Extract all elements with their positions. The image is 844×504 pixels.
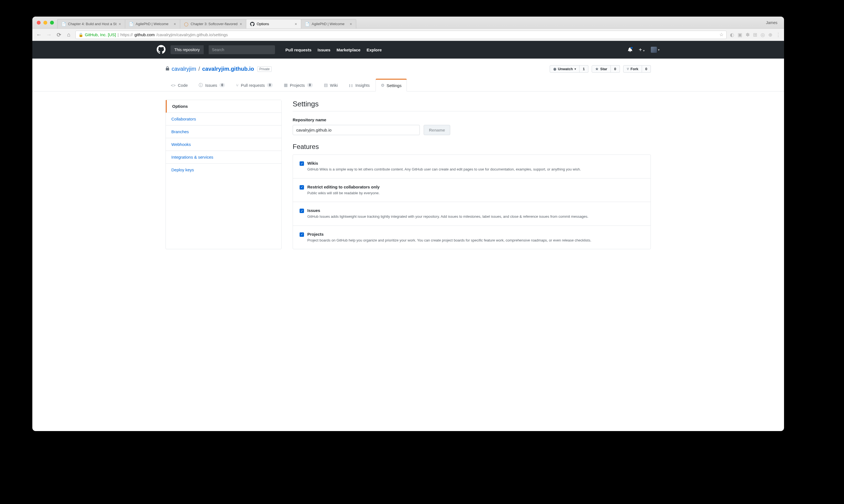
reload-button[interactable]: ⟳ (56, 32, 62, 38)
star-icon: ★ (595, 67, 598, 71)
feature-title: Projects (307, 232, 324, 236)
close-window-icon[interactable] (37, 21, 41, 24)
github-search-input[interactable] (209, 45, 275, 54)
browser-menu-icon[interactable]: ⋮ (776, 32, 781, 38)
tab-code[interactable]: <>Code (165, 79, 193, 91)
browser-tab[interactable]: ◯Chapter 3: Softcover-flavored× (180, 19, 246, 29)
repo-owner-link[interactable]: cavalryjim (172, 66, 196, 72)
star-button[interactable]: ★Star (592, 65, 611, 73)
eye-icon: ◉ (553, 67, 556, 71)
gear-icon: ⚙ (381, 83, 384, 88)
home-button[interactable]: ⌂ (66, 32, 72, 38)
tab-wiki[interactable]: ▤Wiki (319, 79, 343, 91)
tab-title: AgilePhD | Welcome (136, 22, 172, 26)
tab-insights[interactable]: ⫿⫿Insights (343, 79, 375, 91)
tab-issues[interactable]: ⓘIssues0 (194, 79, 230, 91)
extension-icon[interactable]: ▣ (738, 32, 742, 38)
tab-close-icon[interactable]: × (174, 22, 176, 26)
feature-description: GitHub Issues adds lightweight issue tra… (307, 214, 588, 219)
repo-tabs-nav: <>Code ⓘIssues0 ⑂Pull requests0 ▦Project… (165, 79, 651, 91)
search-scope-button[interactable]: This repository (170, 45, 204, 54)
tab-favicon-icon: 📄 (129, 22, 133, 26)
tab-settings[interactable]: ⚙Settings (376, 79, 407, 91)
repo-name-link[interactable]: cavalryjim.github.io (202, 66, 254, 72)
url-path: /cavalryjim/cavalryjim.github.io/setting… (157, 32, 228, 37)
tab-favicon-icon: ◯ (184, 22, 188, 26)
tab-projects[interactable]: ▦Projects0 (279, 79, 318, 91)
extension-icon[interactable]: ◎ (760, 32, 765, 38)
tab-pull-requests[interactable]: ⑂Pull requests0 (231, 79, 278, 91)
notifications-bell-icon[interactable] (628, 47, 633, 53)
extension-icon[interactable]: ⊕ (768, 32, 772, 38)
browser-tab[interactable]: 📄AgilePhD | Welcome× (125, 19, 180, 29)
github-nav-link[interactable]: Marketplace (337, 48, 361, 52)
fork-icon: ⑂ (627, 67, 629, 71)
tab-favicon-icon: 📄 (305, 22, 309, 26)
tab-favicon-icon: 📄 (61, 22, 66, 26)
feature-row: ✓WikisGitHub Wikis is a simple way to le… (293, 155, 650, 179)
secure-org-label: GitHub, Inc. [US] (85, 32, 116, 37)
repo-name-field-label: Repository name (293, 118, 651, 122)
settings-content: Settings Repository name Rename Features… (293, 100, 651, 249)
tab-title: Chapter 4: Build and Host a St (68, 22, 116, 26)
tab-close-icon[interactable]: × (350, 22, 352, 26)
feature-description: Public wikis will still be readable by e… (307, 191, 380, 196)
zoom-window-icon[interactable] (50, 21, 54, 24)
settings-menu-item[interactable]: Deploy keys (166, 164, 281, 176)
github-nav-link[interactable]: Issues (318, 48, 330, 52)
feature-row: ✓Restrict editing to collaborators onlyP… (293, 179, 650, 202)
github-logo[interactable] (157, 45, 165, 55)
minimize-window-icon[interactable] (43, 21, 47, 24)
rename-button[interactable]: Rename (424, 125, 450, 135)
watch-count[interactable]: 1 (579, 65, 588, 73)
watch-button[interactable]: ◉Unwatch▾ (550, 65, 579, 73)
feature-row: ✓IssuesGitHub Issues adds lightweight is… (293, 202, 650, 226)
issue-icon: ⓘ (199, 83, 203, 88)
feature-title: Wikis (307, 161, 318, 165)
settings-menu-item[interactable]: Webhooks (166, 138, 281, 151)
star-count[interactable]: 0 (611, 65, 619, 73)
back-button[interactable]: ← (36, 32, 42, 38)
fork-count[interactable]: 0 (642, 65, 651, 73)
extension-icon[interactable]: ⊞ (753, 32, 757, 38)
github-nav-link[interactable]: Explore (366, 48, 382, 52)
user-menu[interactable]: ▾ (651, 47, 660, 53)
page-title: Settings (293, 100, 651, 111)
settings-menu-item[interactable]: Integrations & services (166, 151, 281, 164)
settings-menu-item[interactable]: Options (166, 100, 281, 113)
feature-checkbox[interactable]: ✓ (300, 185, 304, 190)
tab-close-icon[interactable]: × (295, 22, 297, 26)
create-new-menu[interactable]: + (639, 47, 645, 53)
extension-icon[interactable]: ✽ (746, 32, 750, 38)
feature-title: Issues (307, 208, 320, 213)
browser-profile-name[interactable]: James (766, 20, 777, 25)
tab-title: AgilePhD | Welcome (312, 22, 348, 26)
settings-menu-item[interactable]: Collaborators (166, 113, 281, 125)
lock-icon: 🔒 (78, 33, 83, 37)
fork-button[interactable]: ⑂Fork (623, 65, 642, 73)
code-icon: <> (171, 83, 176, 88)
tab-close-icon[interactable]: × (119, 22, 121, 26)
browser-tab[interactable]: 📄Chapter 4: Build and Host a St× (57, 19, 125, 29)
browser-toolbar: ← → ⟳ ⌂ 🔒 GitHub, Inc. [US] | https://gi… (32, 29, 784, 41)
window-controls (37, 21, 54, 24)
tab-favicon-icon (250, 22, 254, 26)
tab-title: Options (257, 22, 293, 26)
settings-menu-item[interactable]: Branches (166, 125, 281, 138)
feature-checkbox[interactable]: ✓ (300, 161, 304, 166)
address-bar[interactable]: 🔒 GitHub, Inc. [US] | https://github.com… (75, 31, 726, 39)
feature-checkbox[interactable]: ✓ (300, 209, 304, 213)
github-nav-link[interactable]: Pull requests (286, 48, 311, 52)
browser-tab[interactable]: 📄AgilePhD | Welcome× (301, 19, 356, 29)
feature-checkbox[interactable]: ✓ (300, 232, 304, 237)
tab-close-icon[interactable]: × (240, 22, 242, 26)
book-icon: ▤ (324, 83, 328, 88)
browser-tab[interactable]: Options× (246, 19, 301, 29)
project-icon: ▦ (284, 83, 288, 88)
repo-name-input[interactable] (293, 125, 420, 135)
bookmark-star-icon[interactable]: ☆ (719, 32, 723, 38)
extension-icon[interactable]: ◐ (730, 32, 734, 38)
github-header: This repository Pull requestsIssuesMarke… (32, 41, 784, 58)
feature-description: GitHub Wikis is a simple way to let othe… (307, 167, 581, 172)
settings-side-menu: OptionsCollaboratorsBranchesWebhooksInte… (165, 100, 282, 249)
